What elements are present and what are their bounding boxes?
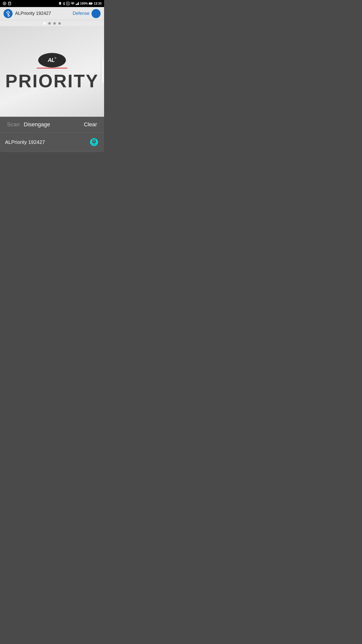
action-bar: Scan Disengage Clear (0, 117, 104, 133)
al-registered: ® (55, 57, 56, 60)
svg-rect-13 (92, 3, 93, 4)
al-oval-logo: AL ® (38, 53, 66, 67)
page-dots (0, 20, 104, 26)
logo-area: AL ® PRIORITY (0, 26, 104, 117)
app-header: ALPriority 192427 Defense (0, 7, 104, 20)
crosshair-icon (3, 2, 7, 6)
svg-rect-9 (76, 4, 77, 5)
al-text: AL (48, 57, 55, 63)
bluetooth-status-icon (63, 2, 65, 5)
power-icon (89, 138, 99, 147)
header-right: Defense (73, 9, 101, 18)
svg-text:N: N (67, 3, 68, 5)
page-dot-2[interactable] (48, 22, 51, 25)
defense-label[interactable]: Defense (73, 11, 89, 16)
disengage-button[interactable]: Disengage (22, 120, 52, 129)
logo-container: AL ® PRIORITY (5, 53, 99, 90)
device-item[interactable]: ALPriority 192427 (4, 133, 100, 152)
status-left-icons (3, 2, 11, 6)
svg-rect-8 (76, 4, 76, 5)
clear-button[interactable]: Clear (82, 120, 99, 129)
time-display: 13:33 (94, 2, 102, 5)
page-dot-1[interactable] (43, 22, 46, 25)
app-title: ALPriority 192427 (15, 11, 51, 16)
status-bar: N 100% 13:33 (0, 0, 104, 7)
header-left: ALPriority 192427 (4, 9, 51, 18)
power-button[interactable] (89, 137, 99, 147)
page-dot-4[interactable] (58, 22, 61, 25)
svg-rect-11 (78, 2, 79, 5)
bluetooth-app-icon (4, 9, 13, 18)
device-list: ALPriority 192427 (0, 133, 104, 152)
defense-toggle[interactable] (92, 9, 101, 18)
location-icon (59, 2, 62, 5)
wifi-icon (71, 2, 75, 5)
screen-record-icon (8, 2, 11, 5)
status-right-icons: N 100% 13:33 (59, 2, 102, 5)
svg-rect-4 (9, 3, 10, 4)
side-handle[interactable] (102, 60, 104, 83)
signal-icon (76, 2, 79, 5)
battery-icon (89, 2, 93, 5)
battery-percentage: 100% (80, 2, 88, 5)
svg-point-5 (60, 3, 60, 4)
al-line (37, 68, 67, 68)
device-name: ALPriority 192427 (5, 139, 45, 145)
empty-space (0, 152, 104, 232)
priority-text: PRIORITY (5, 72, 99, 90)
page-dot-3[interactable] (53, 22, 56, 25)
svg-rect-10 (77, 3, 78, 5)
scan-button[interactable]: Scan (5, 120, 22, 129)
nfc-icon: N (66, 2, 70, 5)
